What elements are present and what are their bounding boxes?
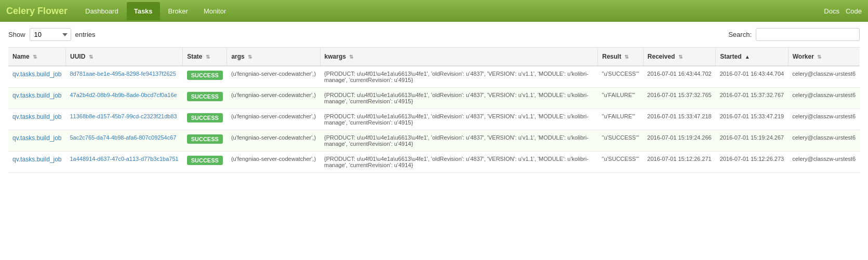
cell-name: qv.tasks.build_job [8, 88, 66, 109]
col-kwargs[interactable]: kwargs ⇅ [320, 48, 598, 66]
cell-received: 2016-07-01 15:33:47.218 [643, 109, 716, 130]
col-worker[interactable]: Worker ⇅ [788, 48, 860, 66]
table-body: qv.tasks.build_job8d781aae-be1e-495a-829… [8, 66, 860, 173]
search-container: Search: [728, 28, 860, 41]
table-header-row: Name ⇅ UUID ⇅ State ⇅ args ⇅ kwargs ⇅ Re… [8, 48, 860, 66]
cell-name: qv.tasks.build_job [8, 130, 66, 152]
cell-worker: celery@classzw-urstest6 [788, 66, 860, 88]
sort-icon-kwargs: ⇅ [349, 54, 353, 60]
cell-state: SUCCESS [183, 109, 227, 130]
col-received[interactable]: Received ⇅ [643, 48, 716, 66]
cell-uuid: 8d781aae-be1e-495a-8298-fe94137f2625 [66, 66, 183, 88]
cell-worker: celery@classzw-urstest6 [788, 109, 860, 130]
cell-worker: celery@classzw-urstest6 [788, 88, 860, 109]
nav-code[interactable]: Code [846, 7, 862, 15]
brand: Celery Flower [6, 6, 68, 17]
tasks-table: Name ⇅ UUID ⇅ State ⇅ args ⇅ kwargs ⇅ Re… [8, 47, 860, 173]
table-row: qv.tasks.build_job8d781aae-be1e-495a-829… [8, 66, 860, 88]
cell-result: "u'SUCCESS'" [598, 66, 643, 88]
cell-uuid: 47a2b4d2-08b9-4b9b-8ade-0bcd7cf0a16e [66, 88, 183, 109]
cell-state: SUCCESS [183, 130, 227, 152]
brand-celery: Celery [6, 6, 35, 16]
state-badge: SUCCESS [187, 134, 223, 144]
cell-name: qv.tasks.build_job [8, 109, 66, 130]
cell-kwargs: {PRODUCT: u\u4f01\u4e1a\u6613\u4fe1', 'o… [320, 152, 598, 173]
navbar: Celery Flower Dashboard Tasks Broker Mon… [0, 0, 868, 22]
cell-name: qv.tasks.build_job [8, 66, 66, 88]
table-row: qv.tasks.build_job5ac2c765-da74-4b98-afa… [8, 130, 860, 152]
cell-args: (u'fengniao-server-codewatcher',) [227, 88, 320, 109]
col-args[interactable]: args ⇅ [227, 48, 320, 66]
col-state[interactable]: State ⇅ [183, 48, 227, 66]
cell-started: 2016-07-01 15:19:24.267 [716, 130, 789, 152]
cell-started: 2016-07-01 15:37:32.767 [716, 88, 789, 109]
table-row: qv.tasks.build_job11368b8e-d157-45b7-99c… [8, 109, 860, 130]
cell-result: "u'SUCCESS'" [598, 152, 643, 173]
cell-received: 2016-07-01 16:43:44.702 [643, 66, 716, 88]
cell-received: 2016-07-01 15:12:26.271 [643, 152, 716, 173]
col-name[interactable]: Name ⇅ [8, 48, 66, 66]
sort-icon-result: ⇅ [624, 54, 629, 60]
cell-worker: celery@classzw-urstest6 [788, 152, 860, 173]
table-row: qv.tasks.build_job1a448914-d637-47c0-a11… [8, 152, 860, 173]
cell-state: SUCCESS [183, 152, 227, 173]
cell-args: (u'fengniao-server-codewatcher',) [227, 130, 320, 152]
col-started[interactable]: Started ▲ [716, 48, 789, 66]
cell-kwargs: {PRODUCT: u\u4f01\u4e1a\u6613\u4fe1', 'o… [320, 130, 598, 152]
cell-uuid: 1a448914-d637-47c0-a113-d77b3c1ba751 [66, 152, 183, 173]
cell-args: (u'fengniao-server-codewatcher',) [227, 109, 320, 130]
cell-result: "u'FAILURE'" [598, 109, 643, 130]
entries-select[interactable]: 102550100 [30, 28, 71, 41]
state-badge: SUCCESS [187, 156, 223, 165]
cell-state: SUCCESS [183, 66, 227, 88]
sort-icon-state: ⇅ [206, 54, 210, 60]
cell-uuid: 11368b8e-d157-45b7-99cd-c2323f21db83 [66, 109, 183, 130]
cell-kwargs: {PRODUCT: u\u4f01\u4e1a\u6613\u4fe1', 'o… [320, 66, 598, 88]
cell-received: 2016-07-01 15:37:32.765 [643, 88, 716, 109]
nav-docs[interactable]: Docs [824, 7, 839, 15]
sort-icon-started: ▲ [745, 54, 750, 60]
cell-started: 2016-07-01 15:33:47.219 [716, 109, 789, 130]
cell-uuid: 5ac2c765-da74-4b98-afa6-807c09254c67 [66, 130, 183, 152]
sort-icon-uuid: ⇅ [89, 54, 93, 60]
search-input[interactable] [756, 28, 860, 41]
col-result[interactable]: Result ⇅ [598, 48, 643, 66]
cell-started: 2016-07-01 15:12:26.273 [716, 152, 789, 173]
cell-state: SUCCESS [183, 88, 227, 109]
col-uuid[interactable]: UUID ⇅ [66, 48, 183, 66]
show-label: Show [8, 31, 25, 38]
cell-worker: celery@classzw-urstest6 [788, 130, 860, 152]
controls-bar: Show 102550100 entries Search: [0, 22, 868, 47]
sort-icon-name: ⇅ [33, 54, 37, 60]
cell-kwargs: {PRODUCT: u\u4f01\u4e1a\u6613\u4fe1', 'o… [320, 88, 598, 109]
state-badge: SUCCESS [187, 71, 223, 80]
cell-result: "u'FAILURE'" [598, 88, 643, 109]
sort-icon-received: ⇅ [678, 54, 683, 60]
table-row: qv.tasks.build_job47a2b4d2-08b9-4b9b-8ad… [8, 88, 860, 109]
state-badge: SUCCESS [187, 92, 223, 101]
search-label: Search: [728, 31, 752, 38]
nav-dashboard[interactable]: Dashboard [78, 2, 126, 20]
table-container: Name ⇅ UUID ⇅ State ⇅ args ⇅ kwargs ⇅ Re… [0, 47, 868, 173]
cell-result: "u'SUCCESS'" [598, 130, 643, 152]
sort-icon-args: ⇅ [248, 54, 252, 60]
sort-icon-worker: ⇅ [817, 54, 821, 60]
nav-links: Dashboard Tasks Broker Monitor [78, 2, 824, 20]
nav-monitor[interactable]: Monitor [196, 2, 233, 20]
state-badge: SUCCESS [187, 113, 223, 122]
cell-name: qv.tasks.build_job [8, 152, 66, 173]
cell-kwargs: {PRODUCT: u\u4f01\u4e1a\u6613\u4fe1', 'o… [320, 109, 598, 130]
nav-right: Docs Code [824, 7, 862, 15]
nav-broker[interactable]: Broker [161, 2, 195, 20]
cell-args: (u'fengniao-server-codewatcher',) [227, 152, 320, 173]
entries-label: entries [75, 31, 96, 38]
cell-received: 2016-07-01 15:19:24.266 [643, 130, 716, 152]
brand-flower: Flower [37, 6, 68, 16]
nav-tasks[interactable]: Tasks [127, 2, 160, 20]
cell-args: (u'fengniao-server-codewatcher',) [227, 66, 320, 88]
cell-started: 2016-07-01 16:43:44.704 [716, 66, 789, 88]
